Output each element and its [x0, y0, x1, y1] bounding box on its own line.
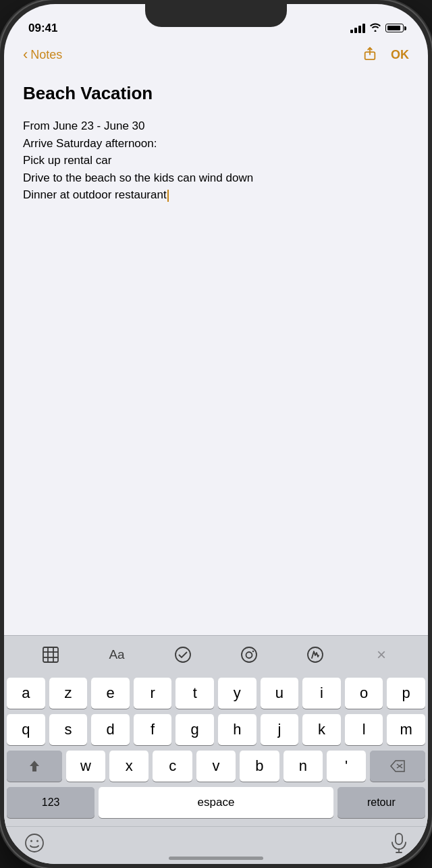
key-l[interactable]: l: [345, 714, 383, 745]
text-cursor: [167, 190, 169, 202]
notch: [145, 4, 287, 27]
back-label: Notes: [30, 48, 62, 62]
note-line-1: From June 23 - June 30: [23, 117, 409, 135]
signal-icon: [350, 24, 365, 33]
toolbar-close-button[interactable]: ×: [367, 643, 396, 667]
key-k[interactable]: k: [302, 714, 341, 745]
markup-button[interactable]: [300, 643, 330, 667]
note-body[interactable]: From June 23 - June 30 Arrive Saturday a…: [23, 117, 409, 204]
home-indicator: [169, 857, 263, 860]
note-line-3: Pick up rental car: [23, 152, 409, 169]
key-i[interactable]: i: [302, 678, 341, 709]
key-row-1: a z e r t y u i o p: [7, 678, 425, 709]
backspace-key[interactable]: [370, 751, 425, 782]
camera-button[interactable]: [234, 643, 264, 667]
note-editor[interactable]: Beach Vacation From June 23 - June 30 Ar…: [4, 72, 428, 635]
key-m[interactable]: m: [387, 714, 425, 745]
svg-point-15: [30, 840, 32, 842]
key-o[interactable]: o: [345, 678, 383, 709]
key-q[interactable]: q: [7, 714, 45, 745]
numbers-key[interactable]: 123: [7, 787, 94, 818]
chevron-left-icon: ‹: [23, 47, 28, 62]
wifi-icon: [369, 22, 381, 34]
note-line-2: Arrive Saturday afternoon:: [23, 135, 409, 153]
key-c[interactable]: c: [153, 751, 192, 782]
note-line-4: Drive to the beach so the kids can wind …: [23, 169, 409, 187]
share-button[interactable]: [362, 46, 377, 64]
key-w[interactable]: w: [66, 751, 105, 782]
key-e[interactable]: e: [91, 678, 130, 709]
format-button[interactable]: Aa: [102, 643, 132, 667]
note-line-5: Dinner at outdoor restaurant: [23, 186, 409, 204]
nav-bar: ‹ Notes OK: [4, 40, 428, 72]
space-key[interactable]: espace: [99, 787, 333, 818]
phone-screen: 09:41: [4, 4, 428, 864]
key-t[interactable]: t: [176, 678, 214, 709]
key-j[interactable]: j: [261, 714, 299, 745]
battery-icon: [385, 24, 404, 32]
key-d[interactable]: d: [91, 714, 130, 745]
svg-point-9: [246, 652, 252, 658]
svg-point-14: [26, 834, 43, 852]
key-r[interactable]: r: [134, 678, 172, 709]
key-z[interactable]: z: [49, 678, 88, 709]
phone-frame: 09:41: [0, 0, 432, 868]
microphone-button[interactable]: [390, 833, 408, 858]
svg-point-7: [176, 647, 190, 662]
key-row-3: w x c v b n ': [7, 751, 425, 782]
key-s[interactable]: s: [49, 714, 88, 745]
key-row-2: q s d f g h j k l m: [7, 714, 425, 745]
key-g[interactable]: g: [176, 714, 214, 745]
svg-point-16: [36, 840, 38, 842]
key-p[interactable]: p: [387, 678, 425, 709]
key-apostrophe[interactable]: ': [327, 751, 366, 782]
nav-actions: OK: [362, 46, 409, 64]
key-v[interactable]: v: [196, 751, 236, 782]
svg-rect-2: [43, 647, 58, 662]
format-label: Aa: [109, 647, 124, 662]
close-icon: ×: [377, 645, 386, 664]
key-y[interactable]: y: [218, 678, 256, 709]
key-a[interactable]: a: [7, 678, 45, 709]
emoji-button[interactable]: [24, 833, 45, 858]
key-x[interactable]: x: [109, 751, 148, 782]
keyboard-toolbar: Aa: [4, 635, 428, 674]
svg-rect-17: [396, 834, 402, 844]
shift-key[interactable]: [7, 751, 62, 782]
status-icons: [350, 22, 404, 36]
back-button[interactable]: ‹ Notes: [23, 48, 62, 62]
status-time: 09:41: [28, 22, 57, 36]
return-key[interactable]: retour: [338, 787, 425, 818]
keyboard: a z e r t y u i o p q s: [4, 674, 428, 826]
ok-button[interactable]: OK: [391, 48, 409, 62]
note-title: Beach Vacation: [23, 83, 409, 104]
key-f[interactable]: f: [134, 714, 172, 745]
key-row-4: 123 espace retour: [7, 787, 425, 818]
key-b[interactable]: b: [240, 751, 279, 782]
key-h[interactable]: h: [218, 714, 256, 745]
svg-point-8: [242, 647, 256, 662]
svg-point-10: [252, 651, 254, 652]
keyboard-area: Aa: [4, 635, 428, 864]
table-button[interactable]: [36, 643, 65, 667]
checklist-button[interactable]: [168, 643, 198, 667]
key-n[interactable]: n: [284, 751, 323, 782]
key-u[interactable]: u: [261, 678, 299, 709]
